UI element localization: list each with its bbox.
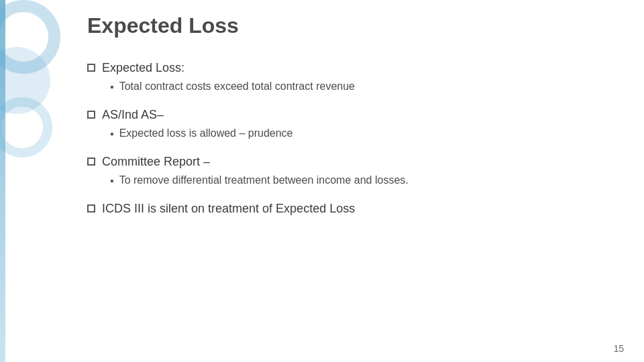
bullet-section-2: AS/Ind AS– ▪ Expected loss is allowed – … <box>87 108 624 140</box>
sub-bullet-text-3-1: To remove differential treatment between… <box>119 174 409 186</box>
bullet-square-icon-1 <box>87 64 95 72</box>
bullet-square-icon-3 <box>87 158 95 166</box>
slide-container: Expected Loss Expected Loss: ▪ Total con… <box>0 0 644 362</box>
main-bullet-text-4: ICDS III is silent on treatment of Expec… <box>102 202 355 216</box>
sub-bullet-text-2-1: Expected loss is allowed – prudence <box>119 127 293 139</box>
slide-title: Expected Loss <box>87 13 624 42</box>
main-bullet-4: ICDS III is silent on treatment of Expec… <box>87 202 624 216</box>
main-bullet-3: Committee Report – <box>87 155 624 169</box>
sub-bullet-dash-1-1: ▪ <box>110 81 114 93</box>
deco-circle-1 <box>0 0 60 74</box>
bullet-section-1: Expected Loss: ▪ Total contract costs ex… <box>87 61 624 93</box>
main-bullet-text-3: Committee Report – <box>102 155 210 169</box>
sub-bullet-text-1-1: Total contract costs exceed total contra… <box>119 80 355 93</box>
main-bullet-text-1: Expected Loss: <box>102 61 184 75</box>
sub-bullet-3-1: ▪ To remove differential treatment betwe… <box>110 174 624 187</box>
page-number: 15 <box>613 343 624 354</box>
main-bullet-1: Expected Loss: <box>87 61 624 75</box>
slide-content: Expected Loss Expected Loss: ▪ Total con… <box>87 13 624 342</box>
sub-bullets-3: ▪ To remove differential treatment betwe… <box>110 174 624 187</box>
deco-circle-3 <box>0 97 52 158</box>
bullet-section-4: ICDS III is silent on treatment of Expec… <box>87 202 624 216</box>
sub-bullet-1-1: ▪ Total contract costs exceed total cont… <box>110 80 624 93</box>
sub-bullets-1: ▪ Total contract costs exceed total cont… <box>110 80 624 93</box>
bullet-square-icon-2 <box>87 111 95 119</box>
left-accent-bar <box>0 0 5 362</box>
sub-bullet-dash-2-1: ▪ <box>110 128 114 140</box>
bullet-square-icon-4 <box>87 204 95 213</box>
sub-bullets-2: ▪ Expected loss is allowed – prudence <box>110 127 624 140</box>
sub-bullet-dash-3-1: ▪ <box>110 175 114 187</box>
deco-circle-2 <box>0 47 50 114</box>
sub-bullet-2-1: ▪ Expected loss is allowed – prudence <box>110 127 624 140</box>
main-bullet-text-2: AS/Ind AS– <box>102 108 164 122</box>
main-bullet-2: AS/Ind AS– <box>87 108 624 122</box>
bullet-section-3: Committee Report – ▪ To remove different… <box>87 155 624 187</box>
decorative-circles <box>0 0 67 355</box>
